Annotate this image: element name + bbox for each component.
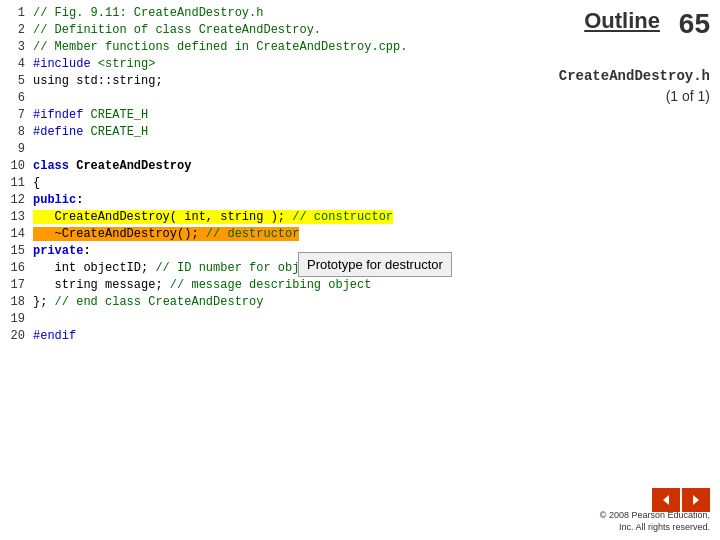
line-number: 7 bbox=[5, 107, 25, 124]
line-number: 2 bbox=[5, 22, 25, 39]
line-content: #ifndef CREATE_H bbox=[33, 107, 550, 124]
line-number: 10 bbox=[5, 158, 25, 175]
code-line: 12public: bbox=[5, 192, 550, 209]
code-line: 4#include <string> bbox=[5, 56, 550, 73]
line-number: 18 bbox=[5, 294, 25, 311]
line-number: 9 bbox=[5, 141, 25, 158]
line-content: #include <string> bbox=[33, 56, 550, 73]
line-content: ~CreateAndDestroy(); // destructor bbox=[33, 226, 550, 243]
copyright: © 2008 Pearson Education, Inc. All right… bbox=[600, 509, 710, 534]
code-line: 17 string message; // message describing… bbox=[5, 277, 550, 294]
filename: CreateAndDestroy.h bbox=[559, 68, 710, 84]
line-number: 19 bbox=[5, 311, 25, 328]
code-line: 7#ifndef CREATE_H bbox=[5, 107, 550, 124]
code-line: 15private: bbox=[5, 243, 550, 260]
line-number: 15 bbox=[5, 243, 25, 260]
line-number: 14 bbox=[5, 226, 25, 243]
line-content: class CreateAndDestroy bbox=[33, 158, 550, 175]
line-content: private: bbox=[33, 243, 550, 260]
line-content: // Member functions defined in CreateAnd… bbox=[33, 39, 550, 56]
line-content: // Definition of class CreateAndDestroy. bbox=[33, 22, 550, 39]
line-number: 16 bbox=[5, 260, 25, 277]
code-line: 9 bbox=[5, 141, 550, 158]
line-content: string message; // message describing ob… bbox=[33, 277, 550, 294]
line-content: #define CREATE_H bbox=[33, 124, 550, 141]
code-line: 10class CreateAndDestroy bbox=[5, 158, 550, 175]
code-line: 6 bbox=[5, 90, 550, 107]
line-number: 8 bbox=[5, 124, 25, 141]
page-number: 65 bbox=[679, 8, 710, 40]
code-line: 3// Member functions defined in CreateAn… bbox=[5, 39, 550, 56]
code-line: 14 ~CreateAndDestroy(); // destructor bbox=[5, 226, 550, 243]
code-line: 2// Definition of class CreateAndDestroy… bbox=[5, 22, 550, 39]
code-line: 8#define CREATE_H bbox=[5, 124, 550, 141]
line-content: CreateAndDestroy( int, string ); // cons… bbox=[33, 209, 550, 226]
code-area: 1// Fig. 9.11: CreateAndDestroy.h2// Def… bbox=[5, 5, 550, 345]
line-number: 4 bbox=[5, 56, 25, 73]
code-line: 1// Fig. 9.11: CreateAndDestroy.h bbox=[5, 5, 550, 22]
line-number: 12 bbox=[5, 192, 25, 209]
code-line: 13 CreateAndDestroy( int, string ); // c… bbox=[5, 209, 550, 226]
line-content: // Fig. 9.11: CreateAndDestroy.h bbox=[33, 5, 550, 22]
code-line: 11{ bbox=[5, 175, 550, 192]
line-content: { bbox=[33, 175, 550, 192]
line-content: #endif bbox=[33, 328, 550, 345]
page-indicator: (1 of 1) bbox=[666, 88, 710, 104]
svg-marker-1 bbox=[693, 495, 699, 505]
line-content: public: bbox=[33, 192, 550, 209]
svg-marker-0 bbox=[663, 495, 669, 505]
line-content: }; // end class CreateAndDestroy bbox=[33, 294, 550, 311]
code-line: 19 bbox=[5, 311, 550, 328]
line-number: 20 bbox=[5, 328, 25, 345]
line-number: 3 bbox=[5, 39, 25, 56]
line-number: 6 bbox=[5, 90, 25, 107]
code-line: 5using std::string; bbox=[5, 73, 550, 90]
code-line: 20#endif bbox=[5, 328, 550, 345]
code-line: 16 int objectID; // ID number for object bbox=[5, 260, 550, 277]
code-line: 18}; // end class CreateAndDestroy bbox=[5, 294, 550, 311]
outline-heading: Outline bbox=[584, 8, 660, 34]
line-number: 13 bbox=[5, 209, 25, 226]
line-number: 1 bbox=[5, 5, 25, 22]
line-number: 11 bbox=[5, 175, 25, 192]
line-number: 5 bbox=[5, 73, 25, 90]
line-content: using std::string; bbox=[33, 73, 550, 90]
line-content: int objectID; // ID number for object bbox=[33, 260, 550, 277]
annotation-box: Prototype for destructor bbox=[298, 252, 452, 277]
line-number: 17 bbox=[5, 277, 25, 294]
